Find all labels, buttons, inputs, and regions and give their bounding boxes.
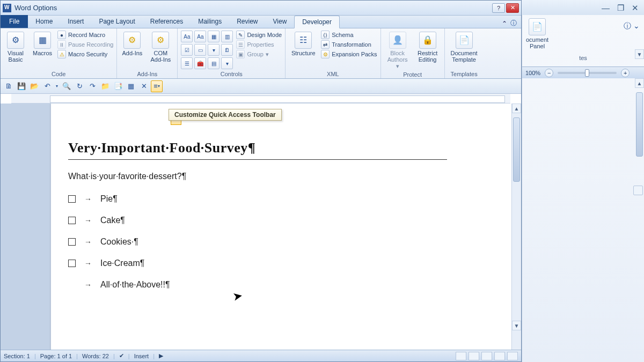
qat-insert-icon[interactable]: 📑 xyxy=(112,80,124,92)
more-controls-icon[interactable]: ▾ xyxy=(221,57,233,69)
zoom-out-button[interactable]: − xyxy=(545,69,553,77)
tab-developer[interactable]: Developer xyxy=(294,16,340,28)
view-print-layout-icon[interactable] xyxy=(456,352,466,360)
outer-minimize-icon[interactable]: — xyxy=(602,3,610,12)
building-block-control-icon[interactable]: ▥ xyxy=(221,31,233,42)
ribbon-minimize-icon[interactable]: ⌃ xyxy=(502,20,507,27)
repeating-control-icon[interactable]: ☰ xyxy=(181,57,193,69)
status-proof-icon[interactable]: ✔ xyxy=(119,352,124,359)
combo-control-icon[interactable]: ▭ xyxy=(194,44,206,56)
zoom-in-button[interactable]: + xyxy=(621,69,630,77)
qat-save-icon[interactable]: 💾 xyxy=(16,80,27,92)
qat-redo-icon[interactable]: ↷ xyxy=(86,80,98,92)
doc-title[interactable]: Very·Important·Food·Survey¶ xyxy=(68,140,447,160)
date-control-icon[interactable]: 🗓 xyxy=(221,44,233,56)
file-tab[interactable]: File xyxy=(1,15,28,28)
design-mode-button[interactable]: ✎Design Mode xyxy=(236,31,282,39)
qat-refresh-icon[interactable]: ↻ xyxy=(74,80,85,92)
ribbon-help-icon[interactable]: ⓘ xyxy=(510,19,517,28)
checkbox-icon[interactable] xyxy=(68,217,76,224)
close-button[interactable]: ✕ xyxy=(506,3,519,13)
group-control-icon[interactable]: ▤ xyxy=(208,57,219,69)
option-row[interactable]: → All·of·the·Above!!¶ xyxy=(84,280,447,290)
option-row[interactable]: → Cookies·¶ xyxy=(68,237,447,247)
tab-review[interactable]: Review xyxy=(229,15,265,28)
status-section[interactable]: Section: 1 xyxy=(4,353,30,359)
tab-references[interactable]: References xyxy=(143,15,191,28)
status-words[interactable]: Words: 22 xyxy=(82,353,109,359)
doc-question[interactable]: What·is·your·favorite·dessert?¶ xyxy=(68,172,447,181)
restrict-editing-button[interactable]: 🔒 Restrict Editing xyxy=(414,31,441,64)
option-label[interactable]: Cookies·¶ xyxy=(100,237,138,247)
tab-mailings[interactable]: Mailings xyxy=(191,15,229,28)
outer-restore-icon[interactable]: ❐ xyxy=(617,3,624,13)
outer-help-icon[interactable]: ⓘ ⌄ xyxy=(624,21,640,31)
side-tool-1[interactable] xyxy=(633,186,643,195)
horizontal-ruler[interactable] xyxy=(11,94,510,104)
scroll-thumb[interactable] xyxy=(636,92,643,157)
checkbox-icon[interactable] xyxy=(68,195,76,203)
checkbox-icon[interactable] xyxy=(68,260,76,267)
document-template-button[interactable]: 📄 Document Template xyxy=(448,31,480,64)
record-macro-button[interactable]: ●Record Macro xyxy=(57,31,113,39)
vertical-scrollbar[interactable]: ▲ ▼ xyxy=(511,104,521,350)
structure-button[interactable]: ☷ Structure xyxy=(289,31,318,57)
outer-close-icon[interactable]: ✕ xyxy=(632,3,639,13)
scroll-up-icon[interactable]: ▲ xyxy=(512,104,521,113)
group-button[interactable]: ▣Group ▾ xyxy=(236,50,282,58)
tab-home[interactable]: Home xyxy=(28,15,60,28)
tab-insert[interactable]: Insert xyxy=(60,15,91,28)
pause-recording-button[interactable]: ⏸Pause Recording xyxy=(57,40,113,49)
macros-button[interactable]: ▦ Macros xyxy=(31,31,54,57)
scroll-up-icon[interactable]: ▲ xyxy=(635,78,644,88)
properties-button[interactable]: ☰Properties xyxy=(236,40,282,49)
addins-button[interactable]: ⚙ Add-Ins xyxy=(120,31,144,57)
qat-table-icon[interactable]: ▦ xyxy=(125,80,137,92)
qat-delete-icon[interactable]: ✕ xyxy=(138,80,150,92)
plain-text-control-icon[interactable]: Aa xyxy=(194,31,206,42)
visual-basic-button[interactable]: ⚙ Visual Basic xyxy=(4,31,27,64)
status-page[interactable]: Page: 1 of 1 xyxy=(40,353,72,359)
qat-preview-icon[interactable]: 🔍 xyxy=(61,80,72,92)
option-label[interactable]: Ice·Cream¶ xyxy=(100,258,144,268)
option-label[interactable]: Pie¶ xyxy=(100,194,118,204)
checkbox-icon[interactable] xyxy=(68,238,76,246)
expansion-packs-button[interactable]: ⚙Expansion Packs xyxy=(321,50,377,58)
qat-new-icon[interactable]: 🗎 xyxy=(3,80,14,92)
legacy-tools-icon[interactable]: 🧰 xyxy=(194,57,206,69)
qat-undo-icon[interactable]: ↶ xyxy=(41,80,53,92)
picture-control-icon[interactable]: ▦ xyxy=(208,31,219,42)
option-row[interactable]: → Pie¶ xyxy=(68,194,447,204)
qat-undo-split-icon[interactable]: ▾ xyxy=(54,84,60,88)
tab-page-layout[interactable]: Page Layout xyxy=(91,15,142,28)
rich-text-control-icon[interactable]: Aa xyxy=(181,31,193,42)
tab-view[interactable]: View xyxy=(266,15,295,28)
document-panel-button[interactable]: 📄 ocument Panel xyxy=(525,17,549,50)
scroll-down-icon[interactable]: ▼ xyxy=(512,321,521,330)
macro-security-button[interactable]: ⚠Macro Security xyxy=(57,50,113,58)
scroll-thumb[interactable] xyxy=(513,117,520,182)
transformation-button[interactable]: ⇄Transformation xyxy=(321,40,377,49)
option-row[interactable]: → Cake¶ xyxy=(68,216,447,225)
dropdown-control-icon[interactable]: ▾ xyxy=(208,44,219,56)
view-outline-icon[interactable] xyxy=(494,352,505,360)
status-insert[interactable]: Insert xyxy=(134,353,149,359)
document-page[interactable]: Very·Important·Food·Survey¶ What·is·your… xyxy=(51,104,511,350)
view-fullscreen-icon[interactable] xyxy=(469,352,479,360)
help-button[interactable]: ? xyxy=(492,3,505,13)
block-authors-button[interactable]: 👤 Block Authors ▾ xyxy=(384,31,411,70)
option-label[interactable]: All·of·the·Above!!¶ xyxy=(100,280,170,290)
schema-button[interactable]: ⟨⟩Schema xyxy=(321,31,377,39)
option-row[interactable]: → Ice·Cream¶ xyxy=(68,258,447,268)
zoom-slider[interactable] xyxy=(558,72,617,74)
view-draft-icon[interactable] xyxy=(507,352,518,360)
com-addins-button[interactable]: ⚙ COM Add-Ins xyxy=(147,31,174,64)
scroll-down-icon[interactable]: ▼ xyxy=(635,49,644,59)
controls-gallery[interactable]: Aa Aa ▦ ▥ ☑ ▭ ▾ 🗓 ☰ 🧰 ▤ ▾ xyxy=(181,31,233,69)
status-macro-icon[interactable]: ▶ xyxy=(159,352,163,359)
qat-customize-button[interactable]: ≡▾ xyxy=(151,80,163,92)
qat-folder-icon[interactable]: 📁 xyxy=(99,80,111,92)
checkbox-control-icon[interactable]: ☑ xyxy=(181,44,193,56)
view-web-icon[interactable] xyxy=(481,352,492,360)
option-label[interactable]: Cake¶ xyxy=(100,216,125,225)
